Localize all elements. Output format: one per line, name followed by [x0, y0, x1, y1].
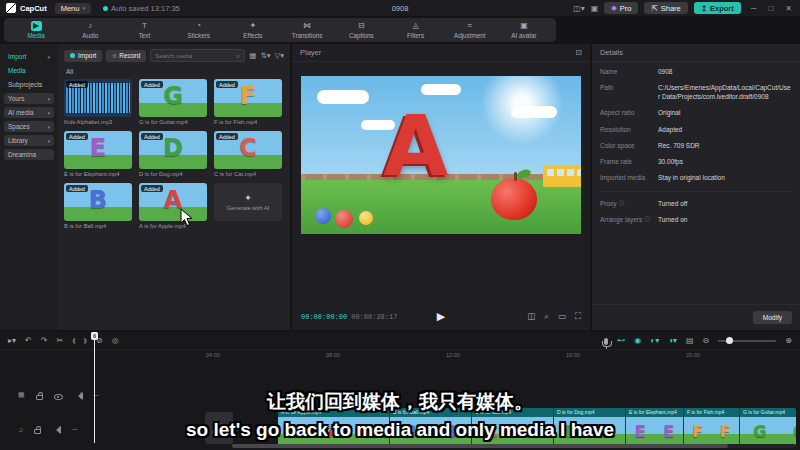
generate-ai-tile[interactable]: ✦Generate with AI	[214, 183, 282, 229]
sidebar-item-library[interactable]: Library▾	[4, 135, 54, 146]
ball	[315, 208, 331, 224]
slider-knob[interactable]	[726, 337, 733, 344]
media-item-audio[interactable]: Added Kids Alphabet.mp3	[64, 79, 132, 125]
trim-right-icon[interactable]: ⟭	[84, 336, 87, 346]
voiceover-mic-icon[interactable]	[604, 338, 608, 345]
detach-player-icon[interactable]: ⊡	[575, 48, 582, 57]
sidebar-item-yours[interactable]: Yours▾	[4, 93, 54, 104]
scrollbar-handle[interactable]	[232, 444, 728, 448]
export-button[interactable]: ↥ Export	[694, 2, 741, 14]
media-item-f[interactable]: FAdded F is for Fish.mp4	[214, 79, 282, 125]
media-item-name: B is for Ball.mp4	[64, 223, 132, 229]
effects-icon: ✦	[250, 21, 257, 31]
media-item-d[interactable]: DAdded D is for Dog.mp4	[139, 131, 207, 177]
sidebar-item-media[interactable]: Media	[4, 65, 54, 76]
search-input[interactable]	[155, 53, 207, 59]
record-button[interactable]: ○Record	[106, 50, 146, 62]
timeline-zoom-slider[interactable]	[718, 340, 776, 342]
tab-stickers[interactable]: ◔Stickers	[173, 21, 225, 39]
filter-icon[interactable]: ▽▾	[274, 51, 284, 60]
select-tool-icon[interactable]: ▸▾	[8, 336, 16, 345]
timeline-ruler[interactable]: 04:0008:0012:0016:0020:00	[0, 350, 800, 362]
undo-icon[interactable]: ↶	[25, 336, 32, 345]
playhead-flag[interactable]: 0	[91, 332, 98, 340]
sidebar-item-import[interactable]: Import▾	[4, 51, 54, 62]
subtitle-chinese: 让我们回到媒体，我只有媒体。	[0, 389, 800, 415]
media-item-b[interactable]: BAdded B is for Ball.mp4	[64, 183, 132, 229]
sidebar-item-ai-media[interactable]: AI media▾	[4, 107, 54, 118]
sidebar-item-spaces[interactable]: Spaces▾	[4, 121, 54, 132]
media-item-a[interactable]: AAdded A is for Apple.mp4	[139, 183, 207, 229]
import-button[interactable]: Import	[64, 50, 102, 62]
keyframe-icon[interactable]: ◎	[112, 336, 119, 345]
chevron-down-icon: ▾	[47, 110, 50, 116]
zoom-in-icon[interactable]: ⊕	[785, 336, 792, 345]
apple	[491, 178, 537, 220]
preview-zoom-icon[interactable]: ⌕	[544, 311, 549, 322]
filter-all-label[interactable]: All	[66, 68, 284, 75]
tab-label: Stickers	[188, 32, 210, 39]
play-button[interactable]: ▶	[437, 310, 445, 323]
tab-media[interactable]: ▶Media	[10, 21, 62, 39]
minimize-button[interactable]: ─	[751, 4, 759, 13]
titlebar: CapCut Menu ▾ Auto saved 13:17:35 0908 ◫…	[0, 0, 800, 16]
tab-effects[interactable]: ✦Effects	[227, 21, 279, 39]
letter-thumbnail: B	[89, 186, 107, 214]
cloud	[511, 106, 557, 118]
panel-toggle-icon[interactable]: ▣	[591, 4, 599, 13]
ai-avatar-icon: ▣	[520, 21, 528, 31]
track-view-icon[interactable]: ▤	[686, 336, 694, 345]
maximize-button[interactable]: □	[768, 4, 775, 13]
redo-icon[interactable]: ↷	[41, 336, 48, 345]
share-label: Share	[661, 4, 681, 13]
tab-text[interactable]: TText	[118, 21, 170, 39]
fullscreen-icon[interactable]: ⛶	[575, 311, 581, 322]
tab-filters[interactable]: ◬Filters	[389, 21, 441, 39]
tab-adjustment[interactable]: ≈Adjustment	[444, 21, 496, 39]
added-badge: Added	[66, 133, 88, 140]
share-button[interactable]: ⇱ Share	[644, 2, 687, 14]
detail-row-color-space: Color spaceRec. 709 SDR	[600, 142, 792, 151]
chevron-down-icon: ▾	[47, 138, 50, 144]
preview-snap-icon[interactable]: ◑▾	[668, 336, 677, 345]
timeline-toolbar: ▸▾ ↶ ↷ ✂ ⟬ ⟭ ⊘ ◎ ⊷ ◉ ◐▾ ◑▾ ▤ ⊖ ⊕	[0, 332, 800, 350]
detail-value: Adapted	[658, 126, 792, 135]
split-icon[interactable]: ✂	[56, 336, 63, 345]
tab-captions[interactable]: ⊟Captions	[335, 21, 387, 39]
magnetic-snap-icon[interactable]: ⊷	[617, 336, 625, 345]
trim-left-icon[interactable]: ⟬	[72, 336, 75, 346]
media-item-e[interactable]: EAdded E is for Elephant.mp4	[64, 131, 132, 177]
player-title: Player	[300, 48, 321, 57]
menu-button[interactable]: Menu ▾	[55, 3, 91, 14]
horizontal-scrollbar[interactable]	[232, 444, 796, 448]
close-button[interactable]: ✕	[785, 4, 794, 13]
zoom-out-icon[interactable]: ⊖	[703, 336, 710, 345]
pro-button[interactable]: ◆ Pro	[604, 2, 638, 14]
detail-row-resolution: ResolutionAdapted	[600, 126, 792, 135]
sidebar-item-subprojects[interactable]: Subprojects	[4, 79, 54, 90]
tab-audio[interactable]: ♪Audio	[64, 21, 116, 39]
video-preview[interactable]: A	[301, 76, 581, 234]
view-grid-icon[interactable]: ▦	[249, 51, 256, 60]
tab-ai-avatar[interactable]: ▣AI avatar	[498, 21, 550, 39]
preview-letter: A	[383, 97, 448, 195]
sort-icon[interactable]: ⇅▾	[260, 51, 270, 60]
workspace-layout-icon[interactable]: ◫▾	[573, 4, 585, 13]
search-box[interactable]: ⌕	[150, 49, 245, 62]
media-item-g[interactable]: GAdded G is for Guitar.mp4	[139, 79, 207, 125]
media-item-name: Kids Alphabet.mp3	[64, 119, 132, 125]
tab-transitions[interactable]: ⋈Transitions	[281, 21, 333, 39]
linking-icon[interactable]: ◐▾	[650, 336, 659, 345]
auto-ripple-icon[interactable]: ◉	[634, 336, 641, 345]
detail-value: Rec. 709 SDR	[658, 142, 792, 151]
autosave-text: Auto saved 13:17:35	[111, 4, 180, 13]
render-quality-icon[interactable]: ◫	[527, 311, 535, 322]
duration-timecode: 00:00:28:17	[351, 313, 397, 321]
ratio-icon[interactable]: ▭	[558, 311, 566, 322]
modify-button[interactable]: Modify	[753, 311, 792, 324]
sidebar-item-dreamina[interactable]: Dreamina	[4, 149, 54, 160]
media-item-c[interactable]: CAdded C is for Cat.mp4	[214, 131, 282, 177]
chevron-down-icon: ▾	[47, 124, 50, 130]
info-icon: ⓘ	[644, 216, 650, 225]
detail-row-name: Name0908	[600, 68, 792, 77]
